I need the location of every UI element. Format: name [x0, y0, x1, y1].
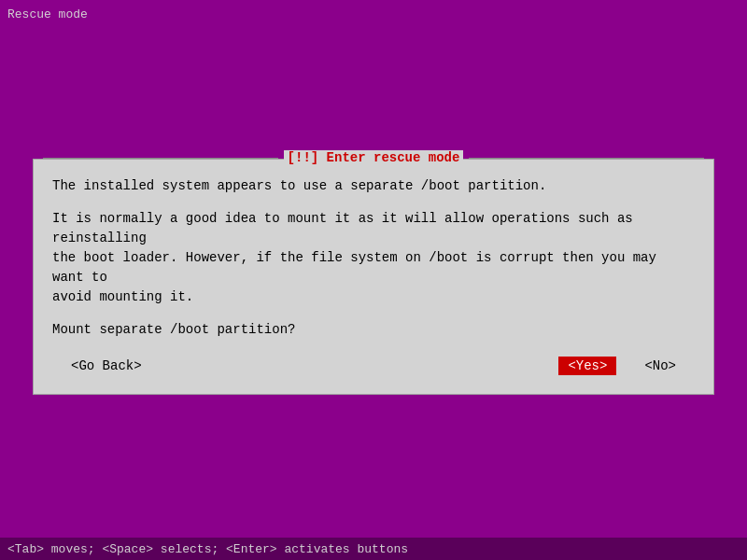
paragraph-1: The installed system appears to use a se… — [52, 176, 695, 196]
title-line-left — [43, 158, 278, 159]
no-button[interactable]: <No> — [635, 357, 685, 375]
go-back-button[interactable]: <Go Back> — [62, 357, 151, 375]
window-title: Rescue mode — [7, 7, 88, 21]
yes-button[interactable]: <Yes> — [558, 357, 616, 375]
right-buttons: <Yes> <No> — [558, 357, 685, 375]
dialog-title-bar: [!!] Enter rescue mode — [43, 150, 704, 165]
dialog-body: The installed system appears to use a se… — [34, 167, 713, 394]
status-text: <Tab> moves; <Space> selects; <Enter> ac… — [7, 542, 408, 556]
dialog-box: [!!] Enter rescue mode The installed sys… — [33, 159, 714, 395]
dialog-title: [!!] Enter rescue mode — [284, 150, 464, 165]
paragraph-2: It is normally a good idea to mount it a… — [52, 209, 695, 307]
title-line-right — [469, 158, 704, 159]
paragraph-3: Mount separate /boot partition? — [52, 320, 695, 340]
dialog-buttons: <Go Back> <Yes> <No> — [52, 357, 695, 375]
status-bar: <Tab> moves; <Space> selects; <Enter> ac… — [0, 538, 747, 560]
